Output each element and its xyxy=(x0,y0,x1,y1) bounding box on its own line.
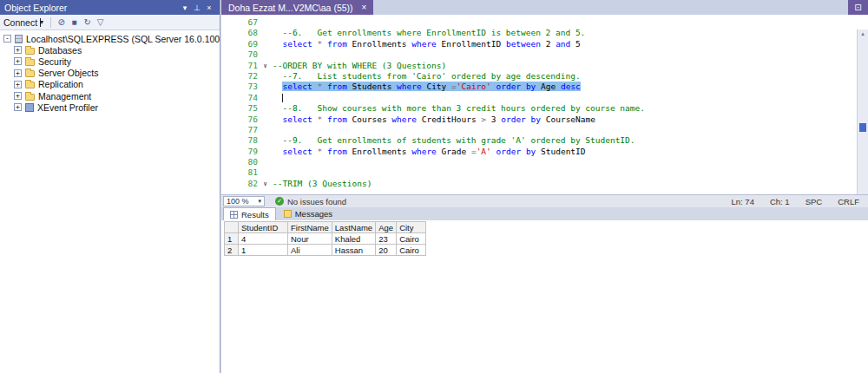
code-text: --7. List students from 'Cairo' ordered … xyxy=(273,71,581,82)
line-indicator: Ln: 74 xyxy=(732,197,754,206)
column-header-city[interactable]: City xyxy=(397,222,426,233)
editor-line-71[interactable]: 71∨--ORDER BY with WHERE (3 Questions) xyxy=(221,61,857,71)
grid-cell[interactable]: Nour xyxy=(288,233,332,245)
stop-icon[interactable]: ■ xyxy=(68,17,81,27)
expand-box[interactable]: + xyxy=(14,81,22,88)
line-number: 80 xyxy=(221,157,258,167)
code-text: --6. Get enrollments where EnrollmentID … xyxy=(273,28,585,38)
row-header-cell[interactable]: 1 xyxy=(225,233,239,245)
sql-editor[interactable]: 6768 --6. Get enrollments where Enrollme… xyxy=(221,15,868,194)
tree-node-replication[interactable]: +Replication xyxy=(0,79,220,90)
line-number: 71 xyxy=(221,61,258,71)
folder-icon xyxy=(25,82,35,88)
editor-line-72[interactable]: 72 --7. List students from 'Cairo' order… xyxy=(221,71,857,82)
connect-dropdown-caret-icon[interactable]: ▾ xyxy=(40,18,41,27)
editor-line-67[interactable]: 67 xyxy=(221,17,857,28)
line-number: 73 xyxy=(221,82,258,92)
fold-margin xyxy=(258,93,273,103)
object-explorer-panel: Object Explorer ▾ ⊥ × Connect ▾ ⊘ ■ ↻ ▽ … xyxy=(0,0,220,373)
connect-button[interactable]: Connect xyxy=(3,17,37,28)
fold-collapse-icon[interactable]: ∨ xyxy=(258,61,273,71)
grid-cell[interactable]: Cairo xyxy=(397,245,426,256)
editor-line-79[interactable]: 79 select * from Enrollments where Grade… xyxy=(221,147,857,157)
fold-margin xyxy=(258,82,273,92)
line-number: 70 xyxy=(221,49,258,60)
refresh-icon[interactable]: ↻ xyxy=(81,17,94,27)
document-well: Doha Ezzat M...V2MC\aa (55)) × ⊡ 6768 --… xyxy=(221,0,868,373)
grid-cell[interactable]: 23 xyxy=(376,233,397,245)
scroll-up-icon[interactable]: ▴ xyxy=(858,30,868,37)
editor-line-82[interactable]: 82∨--TRIM (3 Questions) xyxy=(221,179,857,189)
line-number: 75 xyxy=(221,103,258,114)
fold-collapse-icon[interactable]: ∨ xyxy=(258,179,273,189)
grid-cell[interactable]: 1 xyxy=(239,245,288,256)
results-tab-messages[interactable]: Messages xyxy=(278,207,339,220)
column-header-lastname[interactable]: LastName xyxy=(332,222,375,233)
editor-line-74[interactable]: 74 xyxy=(221,93,857,103)
editor-line-78[interactable]: 78 --9. Get enrollments of students with… xyxy=(221,135,857,146)
filter-icon[interactable]: ▽ xyxy=(94,17,107,27)
object-explorer-titlebar[interactable]: Object Explorer ▾ ⊥ × xyxy=(0,0,220,15)
editor-status-bar: 100 % ▾ ✓ No issues found Ln: 74 Ch: 1 S… xyxy=(221,194,868,207)
tree-node-label: XEvent Profiler xyxy=(37,102,98,113)
tree-node-management[interactable]: +Management xyxy=(0,90,220,101)
tree-node-security[interactable]: +Security xyxy=(0,56,220,67)
tree-node-server-objects[interactable]: +Server Objects xyxy=(0,68,220,79)
no-issues-check-icon: ✓ xyxy=(275,197,284,206)
scrollbar-thumb[interactable] xyxy=(859,123,866,132)
grid-cell[interactable]: Cairo xyxy=(397,233,426,245)
grid-corner-cell[interactable] xyxy=(225,222,239,233)
expand-box[interactable]: + xyxy=(14,57,22,65)
tab-label: Messages xyxy=(295,209,332,219)
grid-cell[interactable]: Hassan xyxy=(332,245,375,256)
server-icon xyxy=(15,35,23,43)
results-tabbar: ResultsMessages xyxy=(221,207,868,220)
editor-line-81[interactable]: 81 xyxy=(221,167,857,178)
tree-node-label: Management xyxy=(38,91,91,101)
query-document-tab[interactable]: Doha Ezzat M...V2MC\aa (55)) × xyxy=(221,0,373,15)
results-tab-results[interactable]: Results xyxy=(223,207,276,220)
editor-line-80[interactable]: 80 xyxy=(221,157,857,167)
editor-line-70[interactable]: 70 xyxy=(221,49,857,60)
expand-box[interactable]: + xyxy=(14,46,22,54)
grid-cell[interactable]: Khaled xyxy=(332,233,375,245)
toolbar-separator xyxy=(50,17,51,28)
fold-margin xyxy=(258,167,273,178)
zoom-caret-icon: ▾ xyxy=(258,198,261,205)
column-header-firstname[interactable]: FirstName xyxy=(288,222,332,233)
grid-row: 21AliHassan20Cairo xyxy=(225,245,426,256)
expand-box[interactable]: + xyxy=(14,69,22,77)
folder-icon xyxy=(25,48,35,55)
fold-margin xyxy=(258,39,273,49)
editor-line-69[interactable]: 69 select * from Enrollments where Enrol… xyxy=(221,39,857,49)
tab-title: Doha Ezzat M...V2MC\aa (55)) xyxy=(228,3,353,13)
expand-box[interactable]: + xyxy=(14,103,22,111)
tree-node-databases[interactable]: +Databases xyxy=(0,44,220,56)
row-header-cell[interactable]: 2 xyxy=(225,245,239,256)
grid-cell[interactable]: Ali xyxy=(288,245,332,256)
expand-box[interactable]: + xyxy=(14,92,22,100)
close-icon[interactable]: × xyxy=(203,3,215,12)
editor-line-77[interactable]: 77 xyxy=(221,125,857,135)
grid-cell[interactable]: 4 xyxy=(239,233,288,245)
auto-hide-pin-icon[interactable]: ⊥ xyxy=(191,3,203,12)
collapse-box[interactable]: - xyxy=(3,35,11,43)
grid-cell[interactable]: 20 xyxy=(376,245,397,256)
line-number: 74 xyxy=(221,93,258,103)
tree-node-xevent-profiler[interactable]: +XEvent Profiler xyxy=(0,101,220,113)
editor-line-68[interactable]: 68 --6. Get enrollments where Enrollment… xyxy=(221,28,857,38)
window-position-icon[interactable]: ▾ xyxy=(179,3,191,12)
editor-line-76[interactable]: 76 select * from Courses where CreditHou… xyxy=(221,115,857,125)
editor-line-73[interactable]: 73 select * from Students where City ='C… xyxy=(221,82,857,92)
disconnect-icon[interactable]: ⊘ xyxy=(55,17,68,27)
fold-margin xyxy=(258,115,273,125)
column-header-age[interactable]: Age xyxy=(376,222,397,233)
zoom-selector[interactable]: 100 % ▾ xyxy=(223,196,265,206)
editor-vertical-scrollbar[interactable]: ▴ ▾ xyxy=(857,29,868,194)
results-grid: StudentIDFirstNameLastNameAgeCity14NourK… xyxy=(224,221,426,256)
editor-line-75[interactable]: 75 --8. Show courses with more than 3 cr… xyxy=(221,103,857,114)
column-header-studentid[interactable]: StudentID xyxy=(239,222,288,233)
window-dock-icon[interactable]: ⊡ xyxy=(848,0,868,15)
tree-node-server[interactable]: -Localhost\SQLEXPRESS (SQL Server 16.0.1… xyxy=(0,33,220,44)
tab-close-icon[interactable]: × xyxy=(362,3,367,12)
